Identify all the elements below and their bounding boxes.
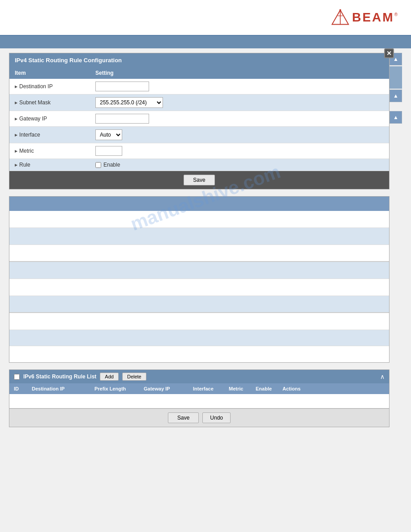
ipv6-add-button[interactable]: Add [100,373,119,381]
ipv4-save-button[interactable]: Save [184,175,214,185]
empty-row-1 [9,211,389,228]
metric-value [95,146,384,156]
scroll-thumb [390,66,402,89]
ipv6-col-prefix: Prefix Length [94,386,144,391]
rule-value: Enable [95,162,384,168]
subnet-mask-value: 255.255.255.0 (/24) 255.255.255.128 (/25… [95,97,384,108]
metric-label: Metric [15,148,95,154]
logo-area: BEAM ® [331,9,398,26]
nav-bar [0,36,411,48]
ipv6-col-metric: Metric [229,386,256,391]
ipv6-col-gateway: Gateway IP [144,386,193,391]
interface-value: Auto WAN LAN [95,129,384,140]
empty-row-8 [9,330,389,346]
empty-row-5 [9,279,389,296]
rule-checkbox-label[interactable]: Enable [95,162,384,168]
ipv6-col-interface: Interface [193,386,229,391]
subnet-mask-select[interactable]: 255.255.255.0 (/24) 255.255.255.128 (/25… [95,97,163,108]
ipv6-col-enable: Enable [256,386,283,391]
rule-checkbox[interactable] [95,162,101,168]
ipv6-panel-title: IPv6 Static Routing Rule List [23,373,96,380]
middle-panel [9,196,390,363]
interface-label: Interface [15,132,95,138]
metric-row: Metric [9,143,389,159]
ipv4-panel-footer: Save [9,171,389,189]
middle-panel-header [9,197,389,211]
ipv6-empty-data-row [9,394,389,408]
gateway-ip-row: Gateway IP [9,111,389,127]
empty-row-3 [9,245,389,262]
ipv6-col-actions: Actions [283,386,318,391]
empty-row-2 [9,228,389,245]
svg-point-2 [339,9,341,11]
rule-enable-text: Enable [103,162,120,168]
ipv4-panel-title: IPv4 Static Routing Rule Configuration [9,53,389,67]
interface-select[interactable]: Auto WAN LAN [95,129,122,140]
empty-row-4 [9,262,389,279]
subnet-mask-label: Subnet Mask [15,99,95,106]
logo-icon [331,9,349,26]
top-header: BEAM ® [0,0,411,36]
ipv6-save-button[interactable]: Save [168,412,199,423]
interface-row: Interface Auto WAN LAN [9,127,389,143]
gateway-ip-input[interactable] [95,114,149,124]
destination-ip-input[interactable] [95,82,149,91]
ipv6-panel-header: IPv6 Static Routing Rule List Add Delete… [9,370,389,383]
logo-reg: ® [394,12,398,17]
ipv6-undo-button[interactable]: Undo [202,412,231,423]
ipv6-header-left: IPv6 Static Routing Rule List Add Delete [14,373,146,381]
destination-ip-label: Destination IP [15,83,95,90]
ipv6-collapse-button[interactable]: ∧ [380,373,385,380]
ipv6-delete-button[interactable]: Delete [122,373,146,381]
beam-logo: BEAM ® [331,9,398,26]
logo-text: BEAM [352,10,394,25]
subnet-mask-row: Subnet Mask 255.255.255.0 (/24) 255.255.… [9,94,389,111]
ipv6-footer: Save Undo [9,408,389,427]
empty-row-9 [9,346,389,362]
main-content: manualshive.com ✕ IPv4 Static Routing Ru… [0,48,411,438]
empty-row-7 [9,313,389,330]
ipv6-panel: IPv6 Static Routing Rule List Add Delete… [9,369,390,427]
ipv4-panel-wrapper: ✕ IPv4 Static Routing Rule Configuration… [9,53,390,434]
metric-input[interactable] [95,146,122,156]
ipv4-panel: ✕ IPv4 Static Routing Rule Configuration… [9,53,390,189]
ipv6-col-destination: Destination IP [32,386,94,391]
destination-ip-row: Destination IP [9,79,389,94]
ipv6-list-checkbox[interactable] [14,374,20,380]
rule-row: Rule Enable [9,159,389,171]
close-button[interactable]: ✕ [384,48,394,58]
rule-label: Rule [15,162,95,168]
empty-row-6 [9,296,389,313]
gateway-ip-label: Gateway IP [15,116,95,122]
panels-container: ✕ IPv4 Static Routing Rule Configuration… [9,53,402,434]
ipv4-table-header: Item Setting [9,67,389,79]
destination-ip-value [95,82,384,91]
right-scrollbar: ▲ ▲ ▲ [390,53,402,434]
scroll-down-arrow-2[interactable]: ▲ [390,111,402,124]
gateway-ip-value [95,114,384,124]
ipv6-col-id: ID [14,386,32,391]
ipv6-table-header: ID Destination IP Prefix Length Gateway … [9,383,389,394]
scroll-down-arrow-1[interactable]: ▲ [390,90,402,102]
